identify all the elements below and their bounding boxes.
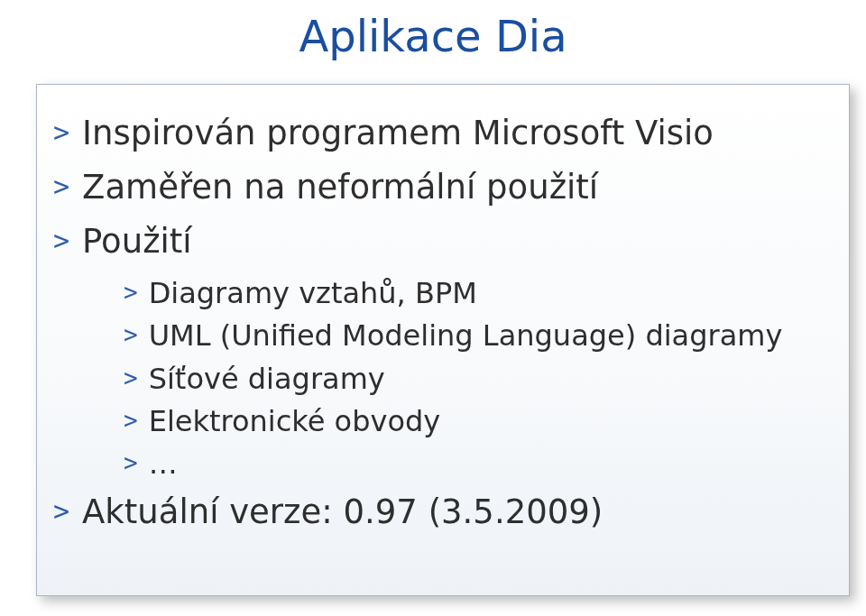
list-item: > Aktuální verze: 0.97 (3.5.2009)	[53, 491, 818, 534]
bullet-icon: >	[53, 220, 69, 262]
slide: Aplikace Dia > Inspirován programem Micr…	[0, 0, 866, 616]
list-item-text: Inspirován programem Microsoft Visio	[82, 112, 714, 155]
bullet-icon: >	[124, 317, 138, 353]
list-item-text: Síťové diagramy	[149, 360, 385, 399]
bullet-icon: >	[53, 491, 69, 533]
list-item: > Síťové diagramy	[124, 360, 818, 399]
list-item: > UML (Unified Modeling Language) diagra…	[124, 317, 818, 355]
bullet-icon: >	[53, 166, 69, 208]
list-item-text: Aktuální verze: 0.97 (3.5.2009)	[82, 491, 603, 534]
list-item-text: …	[149, 445, 178, 483]
list-item: > Použití	[53, 220, 818, 263]
list-item: > Inspirován programem Microsoft Visio	[53, 112, 818, 155]
bullet-icon: >	[124, 360, 138, 396]
list-item: > Elektronické obvody	[124, 402, 818, 441]
bullet-icon: >	[53, 112, 69, 154]
list-item-text: Zaměřen na neformální použití	[82, 166, 598, 209]
list-item-text: UML (Unified Modeling Language) diagramy	[149, 317, 783, 355]
list-item-text: Elektronické obvody	[149, 402, 441, 441]
bullet-icon: >	[124, 274, 138, 310]
slide-title: Aplikace Dia	[0, 11, 866, 61]
content-box: > Inspirován programem Microsoft Visio >…	[36, 84, 850, 596]
list-item-text: Použití	[82, 220, 192, 263]
bullet-icon: >	[124, 445, 138, 481]
list-item: > Zaměřen na neformální použití	[53, 166, 818, 209]
list-item: > …	[124, 445, 818, 483]
list-item: > Diagramy vztahů, BPM	[124, 274, 818, 313]
list-item-text: Diagramy vztahů, BPM	[149, 274, 477, 313]
bullet-icon: >	[124, 402, 138, 438]
